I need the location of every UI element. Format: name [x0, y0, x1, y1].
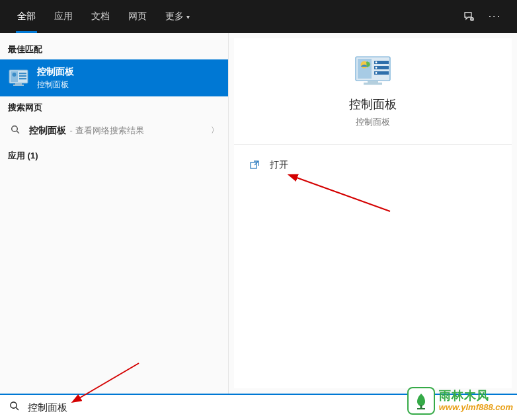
preview-pane: 控制面板 控制面板 打开 — [234, 38, 512, 388]
tab-docs[interactable]: 文档 — [82, 0, 119, 33]
svg-rect-8 — [13, 85, 24, 86]
svg-rect-4 — [19, 73, 26, 74]
best-match-result[interactable]: 控制面板 控制面板 — [0, 59, 228, 96]
control-panel-icon — [8, 67, 29, 88]
section-apps: 应用 (1) — [0, 143, 228, 166]
tab-all[interactable]: 全部 — [8, 0, 45, 33]
best-match-title: 控制面板 — [37, 66, 74, 78]
best-match-text: 控制面板 控制面板 — [37, 66, 74, 90]
search-icon — [9, 125, 21, 137]
section-best-match: 最佳匹配 — [0, 38, 228, 59]
search-icon — [9, 401, 20, 414]
svg-rect-5 — [19, 75, 26, 77]
svg-point-3 — [13, 73, 17, 77]
watermark: 雨林木风 www.ylmf888.com — [407, 387, 513, 415]
section-search-web: 搜索网页 — [0, 96, 228, 118]
preview-title: 控制面板 — [349, 96, 397, 112]
top-bar: 全部 应用 文档 网页 更多 ▾ ··· — [0, 0, 517, 33]
svg-rect-6 — [19, 78, 26, 79]
more-options-icon[interactable]: ··· — [489, 11, 501, 22]
tab-web[interactable]: 网页 — [119, 0, 156, 33]
svg-rect-20 — [368, 81, 378, 83]
open-icon — [250, 160, 260, 170]
svg-rect-28 — [417, 408, 425, 409]
action-open[interactable]: 打开 — [234, 153, 512, 178]
watermark-logo-icon — [407, 387, 435, 415]
web-search-hint: - 查看网络搜索结果 — [67, 125, 144, 135]
svg-line-24 — [16, 407, 19, 410]
svg-point-9 — [11, 125, 17, 131]
chevron-down-icon: ▾ — [186, 13, 190, 20]
tab-more[interactable]: 更多 ▾ — [156, 0, 199, 33]
svg-line-10 — [17, 131, 19, 133]
preview-subtitle: 控制面板 — [356, 116, 390, 128]
preview-header: 控制面板 控制面板 — [234, 55, 512, 145]
watermark-name: 雨林木风 — [439, 390, 513, 403]
control-panel-large-icon — [354, 55, 391, 87]
watermark-url: www.ylmf888.com — [439, 403, 513, 412]
feedback-icon[interactable] — [463, 11, 474, 22]
tab-more-label: 更多 — [165, 11, 184, 22]
main-content: 最佳匹配 控制面板 控制面板 搜索网页 — [0, 33, 517, 394]
svg-rect-21 — [364, 83, 382, 85]
svg-rect-7 — [15, 83, 22, 85]
search-tabs: 全部 应用 文档 网页 更多 ▾ — [8, 0, 199, 33]
tab-apps[interactable]: 应用 — [45, 0, 82, 33]
svg-point-23 — [11, 402, 17, 408]
web-search-result[interactable]: 控制面板 - 查看网络搜索结果 〉 — [0, 118, 228, 143]
action-open-label: 打开 — [270, 159, 288, 171]
action-list: 打开 — [234, 145, 512, 178]
chevron-right-icon: 〉 — [211, 125, 219, 136]
results-pane: 最佳匹配 控制面板 控制面板 搜索网页 — [0, 33, 229, 394]
svg-point-18 — [376, 67, 378, 69]
web-search-term: 控制面板 — [29, 125, 66, 135]
svg-point-17 — [376, 61, 378, 63]
top-bar-right: ··· — [463, 11, 509, 22]
svg-point-19 — [376, 72, 378, 74]
best-match-subtitle: 控制面板 — [37, 79, 74, 90]
svg-rect-22 — [251, 162, 257, 168]
